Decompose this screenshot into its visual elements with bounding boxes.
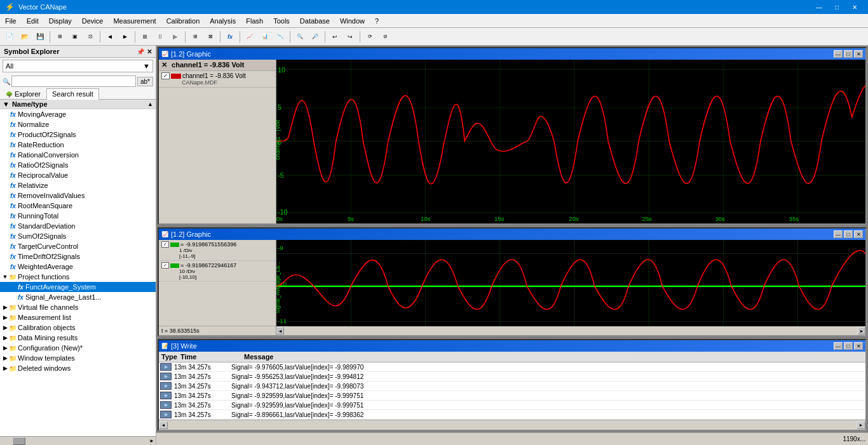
tb-undo[interactable]: ↩: [328, 30, 342, 44]
tree-item-funct-average[interactable]: fx FunctAverage_System: [0, 282, 156, 292]
tree-collapse-icon[interactable]: ▲: [147, 101, 153, 107]
lower-ch1-check[interactable]: ✓: [161, 241, 169, 248]
tree-item-std-dev[interactable]: fx StandardDeviation: [0, 221, 156, 231]
tb-chart1[interactable]: 📈: [243, 30, 257, 44]
tree-folder-project-functions[interactable]: ▼ 📁 Project functions: [0, 272, 156, 282]
tb-redo[interactable]: ↪: [343, 30, 357, 44]
minimize-button[interactable]: —: [811, 2, 827, 12]
maximize-button[interactable]: □: [829, 2, 845, 12]
menu-measurement[interactable]: Measurement: [108, 14, 161, 27]
close-channel-icon[interactable]: ✕: [161, 61, 167, 69]
tree-item-reciprocal[interactable]: fx ReciprocalValue: [0, 170, 156, 180]
tree-scrollbar-h[interactable]: ►: [0, 436, 156, 445]
write-scroll-right[interactable]: ►: [857, 422, 865, 429]
write-scroll-left[interactable]: ◄: [159, 422, 168, 429]
tab-search-result[interactable]: Search result: [46, 88, 99, 100]
ch1-checkbox[interactable]: ✓: [161, 72, 170, 79]
tb-misc1[interactable]: ⟳: [363, 30, 377, 44]
tb-play[interactable]: ▶: [168, 30, 182, 44]
graphic-12-close[interactable]: ✕: [854, 50, 863, 58]
tb-btn5[interactable]: ⊠: [203, 30, 217, 44]
menu-help[interactable]: ?: [370, 14, 384, 27]
tree-item-rms[interactable]: fx RootMeanSquare: [0, 201, 156, 211]
tree-item-rational[interactable]: fx RationalConversion: [0, 150, 156, 160]
tb-stop[interactable]: ⏹: [138, 30, 152, 44]
tb-pause[interactable]: ⏸: [153, 30, 167, 44]
tree-folder-meas-list[interactable]: ▶ 📁 Measurement list: [0, 312, 156, 322]
write-minimize[interactable]: —: [834, 342, 843, 350]
se-dropdown[interactable]: All ▼: [3, 60, 153, 72]
tb-fwd[interactable]: ►: [118, 30, 132, 44]
write-row-2[interactable]: ▶ 13m 34.257s Signal= -9.956253,lasrValu…: [159, 372, 865, 382]
tree-item-running-total[interactable]: fx RunningTotal: [0, 211, 156, 221]
filter-btn[interactable]: ab*: [137, 77, 153, 86]
graphic-lower-minimize[interactable]: —: [834, 230, 843, 238]
write-row-5[interactable]: ▶ 13m 34.257s Signal= -9.929599,lasrValu…: [159, 401, 865, 410]
menu-database[interactable]: Database: [295, 14, 335, 27]
tb-btn4[interactable]: ⊞: [188, 30, 202, 44]
tree-item-target-curve[interactable]: fx TargetCurveControl: [0, 241, 156, 251]
tree-item-rate-reduction[interactable]: fx RateReduction: [0, 140, 156, 150]
lower-ch1[interactable]: ✓ = -9.91986751556396 1 /Div [-11,-9]: [159, 240, 276, 261]
tb-open[interactable]: 📂: [18, 30, 32, 44]
tb-back[interactable]: ◄: [103, 30, 117, 44]
tb-fx[interactable]: fx: [223, 30, 237, 44]
write-row-6[interactable]: ▶ 13m 34.257s Signal= -9.896661,lasrValu…: [159, 410, 865, 420]
write-row-4[interactable]: ▶ 13m 34.257s Signal= -9.929599,lasrValu…: [159, 391, 865, 401]
tree-folder-config[interactable]: ▶ 📁 Configuration (New)*: [0, 343, 156, 353]
tree-item-remove-invalid[interactable]: fx RemoveInvalidValues: [0, 190, 156, 201]
write-row-1[interactable]: ▶ 13m 34.257s Signal= -9.976605,lasrValu…: [159, 362, 865, 372]
tb-zoom1[interactable]: 🔍: [293, 30, 307, 44]
tb-chart2[interactable]: 📊: [258, 30, 272, 44]
tree-item-sum2[interactable]: fx SumOf2Signals: [0, 231, 156, 241]
tree-folder-calibration[interactable]: ▶ 📁 Calibration objects: [0, 322, 156, 333]
graphic-lower-maximize[interactable]: □: [844, 230, 853, 238]
tree-folder-deleted-windows[interactable]: ▶ 📁 Deleted windows: [0, 363, 156, 373]
lower-ch2-check[interactable]: ✓: [161, 262, 169, 269]
menu-display[interactable]: Display: [44, 14, 77, 27]
write-close[interactable]: ✕: [854, 342, 863, 350]
menu-flash[interactable]: Flash: [241, 14, 268, 27]
tree-item-product2[interactable]: fx ProductOf2Signals: [0, 130, 156, 140]
tb-zoom2[interactable]: 🔎: [308, 30, 322, 44]
graphic-12-maximize[interactable]: □: [844, 50, 853, 58]
tree-item-normalize[interactable]: fx Normalize: [0, 119, 156, 130]
se-close-btn[interactable]: ✕: [147, 48, 152, 55]
menu-window[interactable]: Window: [335, 14, 370, 27]
search-input[interactable]: [11, 76, 136, 87]
write-hscrollbar[interactable]: ◄ ►: [159, 420, 865, 430]
menu-tools[interactable]: Tools: [268, 14, 295, 27]
menu-analysis[interactable]: Analysis: [205, 14, 241, 27]
tree-item-moving-avg[interactable]: fx MovingAverage: [0, 109, 156, 119]
scroll-right-arrow[interactable]: ►: [149, 438, 156, 444]
tb-btn3[interactable]: ⊡: [83, 30, 97, 44]
se-pin-btn[interactable]: 📌: [137, 48, 144, 55]
h-scroll-thumb[interactable]: [13, 437, 25, 445]
graphic-12-minimize[interactable]: —: [834, 50, 843, 58]
channel-entry-1[interactable]: ✓ channel1 = -9.836 Volt CANape.MDF: [159, 71, 276, 88]
tree-folder-virtual-files[interactable]: ▶ 📁 Virtual file channels: [0, 302, 156, 312]
scroll-left-btn[interactable]: ◄: [276, 327, 284, 335]
graphic-lower-close[interactable]: ✕: [854, 230, 863, 238]
tree-folder-window-templates[interactable]: ▶ 📁 Window templates: [0, 353, 156, 363]
tree-item-ratio[interactable]: fx RatioOf2Signals: [0, 160, 156, 170]
menu-edit[interactable]: Edit: [22, 14, 44, 27]
tb-new[interactable]: 📄: [3, 30, 17, 44]
scroll-right-btn[interactable]: ►: [858, 327, 865, 335]
close-button[interactable]: ✕: [846, 2, 863, 12]
tb-save[interactable]: 💾: [33, 30, 47, 44]
write-row-3[interactable]: ▶ 13m 34.257s Signal= -9.943712,lasrValu…: [159, 382, 865, 391]
lower-graph-hscroll[interactable]: ◄ ►: [276, 326, 865, 335]
tree-item-relativize[interactable]: fx Relativize: [0, 180, 156, 190]
tree-folder-data-mining[interactable]: ▶ 📁 Data Mining results: [0, 333, 156, 343]
tree-sort-icon[interactable]: ▼: [3, 100, 10, 108]
tree-item-signal-avg[interactable]: fx Signal_Average_Last1...: [0, 292, 156, 302]
tb-btn1[interactable]: ⊞: [53, 30, 67, 44]
write-maximize[interactable]: □: [844, 342, 853, 350]
lower-ch2[interactable]: ✓ = -9.91986722946167 10 /Div [-10,10]: [159, 261, 276, 282]
tb-chart3[interactable]: 📉: [273, 30, 287, 44]
tree-item-weighted-avg[interactable]: fx WeightedAverage: [0, 262, 156, 272]
menu-device[interactable]: Device: [77, 14, 109, 27]
tab-explorer[interactable]: 🌳 Explorer: [0, 88, 46, 99]
tb-btn2[interactable]: ▣: [68, 30, 82, 44]
